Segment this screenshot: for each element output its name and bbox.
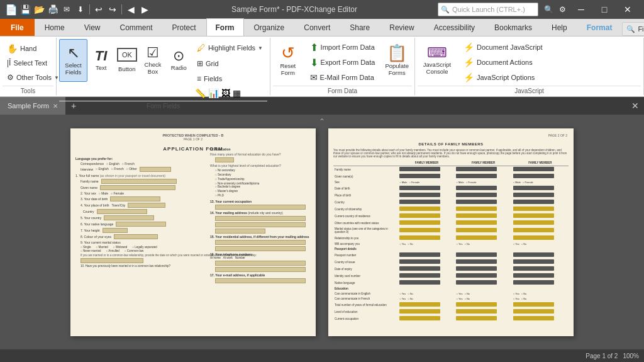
other-tools-button[interactable]: ⚙ Other Tools ▼ — [3, 71, 64, 84]
javascript-options-button[interactable]: ⚡ JavaScript Options — [459, 71, 547, 84]
tab-format[interactable]: Format — [577, 18, 622, 36]
family-row-residence: Current country of residence — [333, 213, 569, 220]
tab-home[interactable]: Home — [35, 18, 74, 36]
select-fields-label: Select Fields — [61, 62, 86, 76]
export-button[interactable]: ⬇ — [74, 3, 87, 16]
tab-convert[interactable]: Convert — [294, 18, 340, 36]
form-fields-group: ↖ Select Fields TI Text OK Button ☑ Chec… — [57, 38, 270, 95]
text-field-label: Text — [96, 64, 106, 71]
tab-view[interactable]: View — [75, 18, 110, 36]
email-button[interactable]: ✉ — [60, 3, 73, 16]
tools-group-label: Tools — [3, 86, 53, 96]
barcode-icon-button[interactable]: ▦ — [233, 88, 241, 98]
js-console-label: JavaScript Console — [419, 61, 455, 76]
family-row-country-issue: Country of issue — [333, 259, 569, 266]
tab-accessibility[interactable]: Accessibility — [425, 18, 484, 36]
document-javascript-button[interactable]: ⚡ Document JavaScript — [459, 40, 547, 54]
tab-comment[interactable]: Comment — [110, 18, 162, 36]
family-row-citizenship: Country of citizenship — [333, 206, 569, 213]
find-toolbar-icon[interactable]: 🔍 — [542, 3, 555, 16]
button-field-icon: OK — [117, 48, 137, 62]
find-icon: 🔍 — [626, 25, 635, 33]
redo-button[interactable]: ↪ — [106, 3, 119, 16]
radio-field-button[interactable]: ⊙ Radio — [167, 39, 191, 82]
doc-tab-close-button[interactable]: ✕ — [53, 103, 58, 110]
image-icon-button[interactable]: 🖼 — [221, 88, 230, 98]
ribbon-content: ✋ Hand |Ī Select Text ⚙ Other Tools ▼ To… — [0, 37, 644, 97]
import-form-data-button[interactable]: ⬆ Import Form Data — [306, 40, 380, 54]
email-icon: ✉ — [310, 72, 318, 82]
title-bar-right: 🔍 Quick Launch (CTRL+.) 🔍 ⚙ ─ □ ✕ — [438, 1, 639, 18]
ribbon-tab-bar: File Home View Comment Protect Form Orga… — [0, 19, 644, 37]
page1-protected-label: PROTECTED WHEN COMPLETED - B — [162, 133, 223, 137]
reset-form-label: Reset Form — [275, 62, 301, 77]
family-members-table: FAMILY MEMBER FAMILY MEMBER FAMILY MEMBE… — [333, 161, 569, 322]
status-bar: Page 1 of 2 100% — [0, 349, 644, 362]
highlight-dropdown-icon: ▼ — [258, 45, 263, 51]
checkbox-field-label: Check Box — [142, 61, 163, 76]
family-row-native-lang: Native language — [333, 280, 569, 286]
button-field-button[interactable]: OK Button — [114, 39, 139, 82]
print-button[interactable]: 🖨️ — [47, 3, 59, 16]
tab-protect[interactable]: Protect — [163, 18, 206, 36]
app-icon: 📄 — [5, 3, 18, 16]
maximize-button[interactable]: □ — [593, 1, 616, 18]
checkbox-field-button[interactable]: ☑ Check Box — [140, 39, 165, 82]
fields-button[interactable]: ≡ Fields — [192, 72, 267, 86]
window-title: Sample Form* - PDF-XChange Editor — [151, 5, 438, 14]
hand-tool-button[interactable]: ✋ Hand — [3, 42, 41, 55]
save-button[interactable]: 💾 — [19, 3, 31, 16]
grid-button[interactable]: ⊞ Grid — [192, 57, 267, 71]
forward-button[interactable]: ▶ — [138, 3, 151, 16]
family-table-header: FAMILY MEMBER FAMILY MEMBER FAMILY MEMBE… — [333, 161, 569, 166]
populate-icon: 📋 — [387, 45, 407, 61]
javascript-group-label: JavaScript — [418, 86, 641, 96]
find-button[interactable]: 🔍 Find... — [622, 22, 644, 36]
import-icon: ⬆ — [310, 42, 318, 54]
settings-icon[interactable]: ⚙ — [556, 3, 569, 16]
select-text-button[interactable]: |Ī Select Text — [3, 56, 52, 70]
populate-forms-button[interactable]: 📋 Populate Forms — [382, 39, 412, 82]
page-info: Page 1 of 2 — [586, 353, 618, 359]
tab-review[interactable]: Review — [380, 18, 423, 36]
table-icon-button[interactable]: 📊 — [208, 88, 219, 98]
minimize-button[interactable]: ─ — [570, 1, 592, 18]
populate-forms-label: Populate Forms — [384, 62, 410, 77]
undo-button[interactable]: ↩ — [92, 3, 105, 16]
reset-form-button[interactable]: ↺ Reset Form — [273, 39, 303, 82]
back-button[interactable]: ◀ — [125, 3, 137, 16]
export-icon: ⬇ — [310, 57, 318, 69]
quick-launch-search[interactable]: 🔍 Quick Launch (CTRL+.) — [438, 3, 538, 16]
form-fields-group-label: Form Fields — [59, 101, 267, 111]
family-row-relationship: Relationship to you — [333, 235, 569, 242]
doc-js-icon: ⚡ — [464, 42, 474, 52]
close-button[interactable]: ✕ — [616, 1, 639, 18]
document-actions-button[interactable]: ⚡ Document Actions — [459, 55, 547, 69]
tab-share[interactable]: Share — [340, 18, 379, 36]
close-doc-button[interactable]: ✕ — [626, 98, 644, 113]
export-form-data-button[interactable]: ⬇ Export Form Data — [306, 55, 380, 69]
page2-title: DETAILS OF FAMILY MEMBERS — [328, 140, 574, 149]
tab-organize[interactable]: Organize — [245, 18, 294, 36]
select-fields-icon: ↖ — [67, 45, 80, 60]
ruler-icon-button[interactable]: 📏 — [195, 88, 206, 98]
js-console-button[interactable]: ⌨ JavaScript Console — [418, 39, 457, 82]
doc-tab-sample-form[interactable]: Sample Form ✕ — [0, 97, 66, 115]
family-row-other-countries: Other countries with resident status — [333, 220, 569, 227]
button-field-label: Button — [118, 65, 135, 72]
scroll-indicator: ⌃ — [319, 117, 325, 126]
js-console-icon: ⌨ — [427, 46, 447, 60]
checkbox-field-icon: ☑ — [147, 46, 159, 60]
window-controls: ─ □ ✕ — [570, 1, 639, 18]
other-tools-icon: ⚙ — [7, 73, 14, 82]
tab-form[interactable]: Form — [206, 18, 244, 36]
open-button[interactable]: 📂 — [33, 3, 45, 16]
tab-file[interactable]: File — [0, 19, 35, 36]
select-fields-button[interactable]: ↖ Select Fields — [59, 39, 87, 82]
tab-help[interactable]: Help — [542, 18, 577, 36]
email-form-data-button[interactable]: ✉ E-Mail Form Data — [306, 71, 380, 84]
text-field-button[interactable]: TI Text — [89, 39, 113, 82]
family-row-dob: Date of birth — [333, 185, 569, 192]
tab-bookmarks[interactable]: Bookmarks — [485, 18, 541, 36]
highlight-fields-button[interactable]: 🖊 Highlight Fields ▼ — [192, 40, 267, 55]
